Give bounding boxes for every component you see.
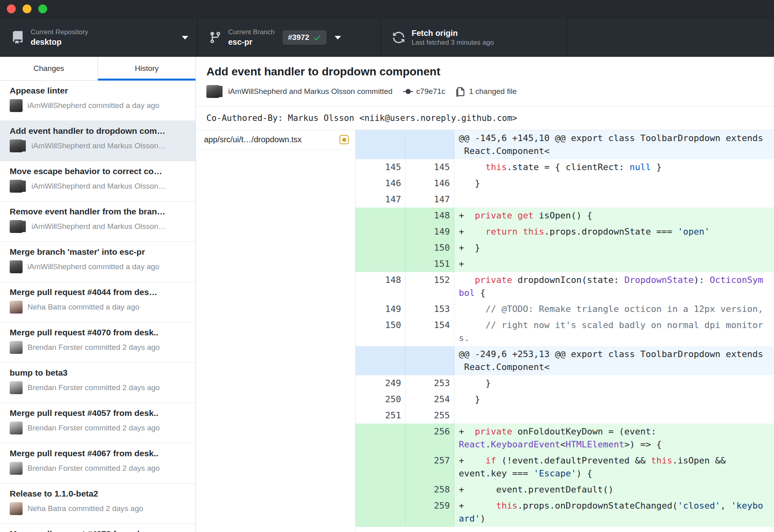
avatar-stack <box>10 139 27 152</box>
diff-old-line-number: 150 <box>356 317 406 346</box>
commit-list: Appease linteriAmWillShepherd committed … <box>0 81 196 532</box>
diff-line: 150154 // right now it's scaled badly on… <box>356 317 774 346</box>
sync-icon <box>392 31 405 44</box>
diff-code-text: } <box>454 175 774 191</box>
pr-status-badge[interactable]: #3972 <box>283 30 327 45</box>
commit-list-item[interactable]: Merge pull request #4072 from d… <box>0 524 196 532</box>
chevron-down-icon <box>335 36 341 39</box>
diff-line: 250254 } <box>356 391 774 407</box>
git-branch-icon <box>209 31 222 44</box>
diff-line: 249253 } <box>356 375 774 391</box>
diff-hunk-header: @@ -249,6 +253,13 @@ export class Toolba… <box>356 346 774 375</box>
diff-old-line-number <box>356 424 406 453</box>
diff-code-text: } <box>454 375 774 391</box>
commit-list-item-title: Add event handler to dropdown com… <box>10 126 188 136</box>
commit-list-item[interactable]: Add event handler to dropdown com…iAmWil… <box>0 121 196 161</box>
pr-number: #3972 <box>288 33 309 42</box>
diff-code-text: + } <box>454 240 774 256</box>
diff-new-line-number: 256 <box>406 424 454 453</box>
avatar <box>10 381 23 394</box>
minimize-button[interactable] <box>23 4 31 13</box>
diff-new-line-number: 258 <box>406 482 454 498</box>
diff-line: 259+ this.props.onDropdownStateChanged('… <box>356 498 774 527</box>
diff-line: 145145 this.state = { clientRect: null } <box>356 159 774 175</box>
commit-list-item-title: Remove event handler from the bran… <box>10 207 188 216</box>
diff-code-text: + private onFoldoutKeyDown = (event: Rea… <box>454 424 774 453</box>
fetch-origin-button[interactable]: Fetch origin Last fetched 3 minutes ago <box>381 18 567 57</box>
diff-old-line-number <box>356 256 406 272</box>
diff-new-line-number: 149 <box>406 224 454 240</box>
commit-list-item-title: Merge branch 'master' into esc-pr <box>10 247 188 257</box>
sidebar: Changes History Appease linteriAmWillShe… <box>0 57 196 532</box>
zoom-button[interactable] <box>38 4 47 13</box>
avatar-stack <box>10 220 27 233</box>
avatar-stack <box>10 341 23 354</box>
commit-list-item[interactable]: Move escape behavior to correct co…iAmWi… <box>0 161 196 202</box>
avatar <box>10 462 23 475</box>
commit-list-item-title: Appease linter <box>10 86 188 96</box>
diff-code-text: + this.props.onDropdownStateChanged('clo… <box>454 498 774 527</box>
diff-code-text: @@ -249,6 +253,13 @@ export class Toolba… <box>454 346 774 375</box>
diff-line: 257+ if (!event.defaultPrevented && this… <box>356 453 774 482</box>
diff-new-line-number: 150 <box>406 240 454 256</box>
diff-old-line-number: 145 <box>356 159 406 175</box>
diff-code-text <box>454 191 774 208</box>
diff-line: 256+ private onFoldoutKeyDown = (event: … <box>356 424 774 453</box>
sidebar-tabs: Changes History <box>0 57 196 81</box>
commit-list-item[interactable]: Merge pull request #4057 from desk..Bren… <box>0 403 196 443</box>
diff-code-text: private dropdownIcon(state: DropdownStat… <box>454 272 774 301</box>
commit-list-item-meta: iAmWillShepherd and Markus Olsson… <box>31 141 166 150</box>
file-list-item[interactable]: app/src/ui/t…/dropdown.tsx <box>196 130 355 150</box>
file-path: app/src/ui/t…/dropdown.tsx <box>204 135 339 144</box>
commit-list-item-meta: iAmWillShepherd committed a day ago <box>27 101 159 110</box>
modified-status-icon <box>339 135 349 144</box>
commit-sha[interactable]: c79e71c <box>416 87 445 96</box>
close-button[interactable] <box>7 4 16 13</box>
diff-old-line-number: 250 <box>356 391 406 407</box>
commit-list-item[interactable]: Merge pull request #4070 from desk..Bren… <box>0 322 196 363</box>
diff-old-line-number <box>356 240 406 256</box>
file-diff-icon <box>456 87 466 97</box>
commit-list-item-title: Merge pull request #4070 from desk.. <box>10 328 188 337</box>
branch-name: esc-pr <box>228 37 275 47</box>
commit-list-item[interactable]: Merge branch 'master' into esc-priAmWill… <box>0 242 196 282</box>
tab-changes[interactable]: Changes <box>0 57 98 80</box>
branch-switcher[interactable]: Current Branch esc-pr #3972 <box>198 18 381 57</box>
commit-list-item-title: Merge pull request #4057 from desk.. <box>10 408 188 418</box>
diff-new-line-number: 259 <box>406 498 454 527</box>
commit-list-item-meta: Neha Batra committed 2 days ago <box>27 504 143 513</box>
diff-line: 149+ return this.props.dropdownState ===… <box>356 224 774 240</box>
commit-list-item[interactable]: Merge pull request #4044 from des…Neha B… <box>0 282 196 322</box>
diff-code-text: + <box>454 256 774 272</box>
diff-view: @@ -145,6 +145,10 @@ export class Toolba… <box>356 130 774 532</box>
diff-code-text: + return this.props.dropdownState === 'o… <box>454 224 774 240</box>
diff-line: 150+ } <box>356 240 774 256</box>
commit-list-item-title: Merge pull request #4044 from des… <box>10 287 188 297</box>
commit-list-item[interactable]: bump to beta3Brendan Forster committed 2… <box>0 363 196 403</box>
commit-list-item-title: Merge pull request #4072 from d… <box>10 529 188 532</box>
check-icon <box>313 33 321 42</box>
diff-old-line-number: 146 <box>356 175 406 191</box>
diff-old-line-number: 149 <box>356 301 406 317</box>
commit-list-item[interactable]: Release to 1.1.0-beta2Neha Batra committ… <box>0 484 196 524</box>
diff-code-text: @@ -145,6 +145,10 @@ export class Toolba… <box>454 130 774 159</box>
commit-list-item[interactable]: Appease linteriAmWillShepherd committed … <box>0 81 196 121</box>
commit-title: Add event handler to dropdown component <box>206 65 764 78</box>
diff-old-line-number <box>356 208 406 224</box>
diff-new-line-number <box>406 130 454 159</box>
diff-new-line-number: 145 <box>406 159 454 175</box>
avatar-stack <box>10 180 27 193</box>
diff-new-line-number: 255 <box>406 407 454 424</box>
commit-summary-header: Add event handler to dropdown component … <box>196 57 774 106</box>
tab-history[interactable]: History <box>98 57 196 80</box>
commit-list-item-meta: Brendan Forster committed 2 days ago <box>27 464 160 473</box>
diff-code-text: + private get isOpen() { <box>454 208 774 224</box>
repository-switcher[interactable]: Current Repository desktop <box>0 18 198 57</box>
commit-list-item[interactable]: Merge pull request #4067 from desk..Bren… <box>0 443 196 484</box>
diff-line: 147147 <box>356 191 774 208</box>
diff-new-line-number: 147 <box>406 191 454 208</box>
avatar <box>206 85 219 98</box>
avatar <box>10 502 23 515</box>
avatar-stack <box>10 502 23 515</box>
commit-list-item[interactable]: Remove event handler from the bran…iAmWi… <box>0 202 196 242</box>
